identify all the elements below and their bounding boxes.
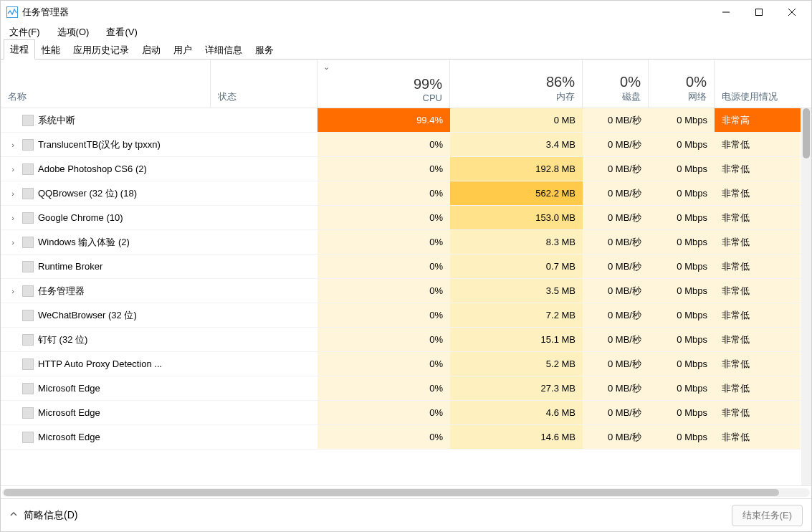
vertical-scrollbar-thumb[interactable]	[803, 108, 810, 158]
table-row[interactable]: ›Windows 输入体验 (2)0%8.3 MB0 MB/秒0 Mbps非常低	[1, 230, 811, 255]
cell-memory: 3.4 MB	[450, 133, 583, 156]
cell-memory: 7.2 MB	[450, 303, 583, 327]
table-row[interactable]: ›Adobe Photoshop CS6 (2)0%192.8 MB0 MB/秒…	[1, 157, 811, 181]
table-row[interactable]: ›Google Chrome (10)0%153.0 MB0 MB/秒0 Mbp…	[1, 206, 811, 230]
cell-memory: 27.3 MB	[450, 376, 583, 400]
table-row[interactable]: Runtime Broker0%0.7 MB0 MB/秒0 Mbps非常低	[1, 255, 811, 279]
tab-details[interactable]: 详细信息	[199, 40, 249, 60]
table-row[interactable]: WeChatBrowser (32 位)0%7.2 MB0 MB/秒0 Mbps…	[1, 303, 811, 328]
cell-disk: 0 MB/秒	[583, 157, 649, 181]
tab-performance[interactable]: 性能	[35, 40, 67, 60]
expand-icon[interactable]: ›	[8, 287, 18, 295]
cell-disk: 0 MB/秒	[583, 279, 649, 303]
table-row[interactable]: HTTP Auto Proxy Detection ...0%5.2 MB0 M…	[1, 352, 811, 376]
close-button[interactable]	[775, 1, 808, 24]
menu-view[interactable]: 查看(V)	[103, 24, 140, 40]
cell-cpu: 0%	[317, 376, 450, 400]
expand-icon[interactable]: ›	[8, 214, 18, 222]
cell-disk: 0 MB/秒	[583, 206, 649, 229]
column-status[interactable]: 状态	[211, 60, 317, 108]
cell-memory: 0.7 MB	[450, 255, 583, 278]
table-row[interactable]: 钉钉 (32 位)0%15.1 MB0 MB/秒0 Mbps非常低	[1, 328, 811, 352]
rows-viewport: 系统中断99.4%0 MB0 MB/秒0 Mbps非常高›Translucent…	[1, 108, 811, 485]
expand-icon[interactable]: ›	[8, 238, 18, 247]
column-cpu[interactable]: ⌄ 99% CPU	[317, 60, 450, 108]
tab-startup[interactable]: 启动	[135, 40, 167, 60]
expand-icon[interactable]: ›	[8, 141, 18, 149]
process-name: Windows 输入体验 (2)	[38, 236, 130, 249]
table-row[interactable]: 系统中断99.4%0 MB0 MB/秒0 Mbps非常高	[1, 108, 811, 133]
cell-disk: 0 MB/秒	[583, 303, 649, 327]
minimize-button[interactable]	[710, 1, 742, 24]
cell-cpu: 0%	[317, 328, 450, 351]
cell-cpu: 0%	[317, 133, 450, 156]
cell-cpu: 0%	[317, 230, 450, 254]
cell-name: ›任务管理器	[1, 279, 211, 303]
cell-cpu: 0%	[317, 255, 450, 278]
footer: 简略信息(D) 结束任务(E)	[1, 498, 811, 531]
cell-memory: 4.6 MB	[450, 401, 583, 424]
tab-app-history[interactable]: 应用历史记录	[67, 40, 135, 60]
column-net-label: 网络	[688, 90, 707, 103]
process-name: 钉钉 (32 位)	[38, 333, 87, 346]
cell-network: 0 Mbps	[649, 108, 715, 132]
column-power[interactable]: 电源使用情况	[715, 60, 801, 108]
fewer-details-toggle[interactable]: 简略信息(D)	[9, 509, 77, 522]
cell-memory: 3.5 MB	[450, 279, 583, 303]
column-disk[interactable]: 0% 磁盘	[583, 60, 649, 108]
cell-disk: 0 MB/秒	[583, 425, 649, 449]
cell-name: Runtime Broker	[1, 255, 211, 278]
column-network[interactable]: 0% 网络	[649, 60, 715, 108]
cell-network: 0 Mbps	[649, 328, 715, 351]
maximize-button[interactable]	[742, 1, 775, 24]
horizontal-scrollbar-thumb[interactable]	[4, 489, 779, 496]
vertical-scrollbar[interactable]	[801, 108, 811, 485]
expand-icon[interactable]: ›	[8, 189, 18, 198]
table-row[interactable]: ›TranslucentTB(汉化 by tpxxn)0%3.4 MB0 MB/…	[1, 133, 811, 157]
table-row[interactable]: Microsoft Edge0%4.6 MB0 MB/秒0 Mbps非常低	[1, 401, 811, 425]
table-row[interactable]: ›任务管理器0%3.5 MB0 MB/秒0 Mbps非常低	[1, 279, 811, 303]
menu-file[interactable]: 文件(F)	[6, 24, 43, 40]
column-status-label: 状态	[218, 90, 310, 103]
cell-memory: 8.3 MB	[450, 230, 583, 254]
chevron-up-icon	[9, 510, 18, 521]
cell-disk: 0 MB/秒	[583, 328, 649, 351]
tab-services[interactable]: 服务	[249, 40, 280, 60]
fewer-details-label: 简略信息(D)	[24, 509, 77, 522]
table-row[interactable]: ›QQBrowser (32 位) (18)0%562.2 MB0 MB/秒0 …	[1, 181, 811, 206]
cell-power: 非常低	[715, 230, 801, 254]
cell-memory: 5.2 MB	[450, 352, 583, 376]
process-name: TranslucentTB(汉化 by tpxxn)	[38, 138, 161, 151]
cell-name: HTTP Auto Proxy Detection ...	[1, 352, 211, 376]
expand-icon[interactable]: ›	[8, 165, 18, 174]
table-row[interactable]: Microsoft Edge0%27.3 MB0 MB/秒0 Mbps非常低	[1, 376, 811, 401]
process-icon	[22, 139, 34, 151]
window-controls	[710, 1, 808, 24]
cell-status	[211, 255, 317, 278]
process-name: Adobe Photoshop CS6 (2)	[38, 163, 147, 174]
table-row[interactable]: Microsoft Edge0%14.6 MB0 MB/秒0 Mbps非常低	[1, 425, 811, 450]
process-icon	[22, 432, 34, 443]
tab-processes[interactable]: 进程	[4, 39, 35, 60]
column-disk-total: 0%	[620, 74, 641, 90]
end-task-button[interactable]: 结束任务(E)	[732, 505, 803, 526]
cell-network: 0 Mbps	[649, 181, 715, 205]
column-name-label: 名称	[8, 90, 203, 103]
column-name[interactable]: 名称	[1, 60, 211, 108]
horizontal-scrollbar-track[interactable]	[2, 488, 810, 497]
process-name: 系统中断	[38, 114, 75, 127]
horizontal-scrollbar[interactable]	[1, 485, 811, 498]
column-memory[interactable]: 86% 内存	[450, 60, 583, 108]
tab-users[interactable]: 用户	[167, 40, 199, 60]
cell-name: 系统中断	[1, 108, 211, 132]
cell-name: ›Adobe Photoshop CS6 (2)	[1, 157, 211, 181]
process-name: QQBrowser (32 位) (18)	[38, 187, 137, 200]
tab-bar: 进程 性能 应用历史记录 启动 用户 详细信息 服务	[1, 41, 811, 60]
cell-status	[211, 328, 317, 351]
menu-options[interactable]: 选项(O)	[54, 24, 92, 40]
process-name: HTTP Auto Proxy Detection ...	[38, 358, 162, 369]
cell-memory: 0 MB	[450, 108, 583, 132]
cell-power: 非常低	[715, 401, 801, 424]
window-title: 任务管理器	[22, 6, 710, 19]
cell-power: 非常低	[715, 352, 801, 376]
